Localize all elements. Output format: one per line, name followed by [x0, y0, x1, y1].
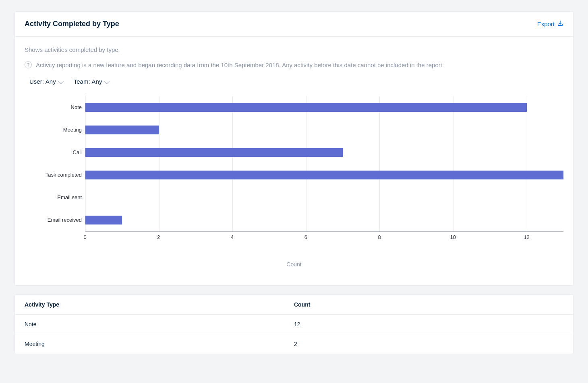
user-filter-label: User:: [29, 78, 44, 85]
user-filter[interactable]: User: Any: [29, 78, 62, 85]
x-axis-title: Count: [25, 261, 563, 268]
bar-row: [85, 96, 563, 119]
table-cell-count: 12: [294, 321, 563, 327]
bar[interactable]: [85, 126, 159, 134]
subtitle: Shows activities completed by type.: [25, 46, 563, 53]
x-tick: 4: [231, 234, 234, 240]
y-axis-label: Meeting: [25, 119, 82, 141]
x-tick: 10: [450, 234, 456, 240]
chevron-down-icon: [58, 78, 64, 84]
y-axis-labels: NoteMeetingCallTask completedEmail sentE…: [25, 96, 85, 231]
bar[interactable]: [85, 171, 563, 179]
x-tick: 8: [378, 234, 381, 240]
table-cell-count: 2: [294, 341, 563, 347]
card-header: Activity Completed by Type Export: [15, 12, 573, 37]
user-filter-value: Any: [46, 78, 56, 85]
y-axis-label: Call: [25, 141, 82, 164]
y-axis-label: Note: [25, 96, 82, 119]
table-cell-type: Meeting: [25, 341, 294, 347]
bar[interactable]: [85, 148, 343, 157]
export-label: Export: [537, 21, 555, 27]
table-row: Meeting2: [15, 334, 573, 354]
bar-row: [85, 119, 563, 141]
table-card: Activity Type Count Note12Meeting2: [14, 294, 574, 354]
y-axis-label: Task completed: [25, 164, 82, 186]
x-axis: 024681012: [85, 231, 563, 243]
bar[interactable]: [85, 216, 122, 224]
bar-row: [85, 209, 563, 231]
table-header-count: Count: [294, 301, 563, 308]
table-header-type: Activity Type: [25, 301, 294, 308]
team-filter[interactable]: Team: Any: [74, 78, 109, 85]
filters: User: Any Team: Any: [25, 78, 563, 85]
y-axis-label: Email received: [25, 209, 82, 231]
bar-row: [85, 141, 563, 164]
help-icon[interactable]: ?: [25, 61, 32, 68]
bar[interactable]: [85, 103, 527, 112]
x-tick: 12: [524, 234, 529, 240]
chart-bars: [85, 96, 563, 231]
y-axis-label: Email sent: [25, 186, 82, 209]
chart-container: NoteMeetingCallTask completedEmail sentE…: [25, 92, 563, 276]
chart-card: Activity Completed by Type Export Shows …: [14, 11, 574, 286]
export-button[interactable]: Export: [537, 20, 563, 28]
download-icon: [557, 20, 563, 28]
bar-row: [85, 186, 563, 209]
team-filter-label: Team:: [74, 78, 90, 85]
card-title: Activity Completed by Type: [25, 20, 119, 28]
table-row: Note12: [15, 315, 573, 334]
x-tick: 0: [83, 234, 86, 240]
info-row: ? Activity reporting is a new feature an…: [25, 61, 563, 68]
table-header-row: Activity Type Count: [15, 295, 573, 315]
bar-row: [85, 164, 563, 186]
team-filter-value: Any: [92, 78, 102, 85]
x-tick: 2: [157, 234, 160, 240]
x-tick: 6: [304, 234, 307, 240]
table-body: Note12Meeting2: [15, 315, 573, 354]
card-body: Shows activities completed by type. ? Ac…: [15, 37, 573, 285]
info-text: Activity reporting is a new feature and …: [36, 62, 444, 68]
chart-plot: [85, 96, 563, 231]
chevron-down-icon: [104, 78, 110, 84]
table-cell-type: Note: [25, 321, 294, 327]
